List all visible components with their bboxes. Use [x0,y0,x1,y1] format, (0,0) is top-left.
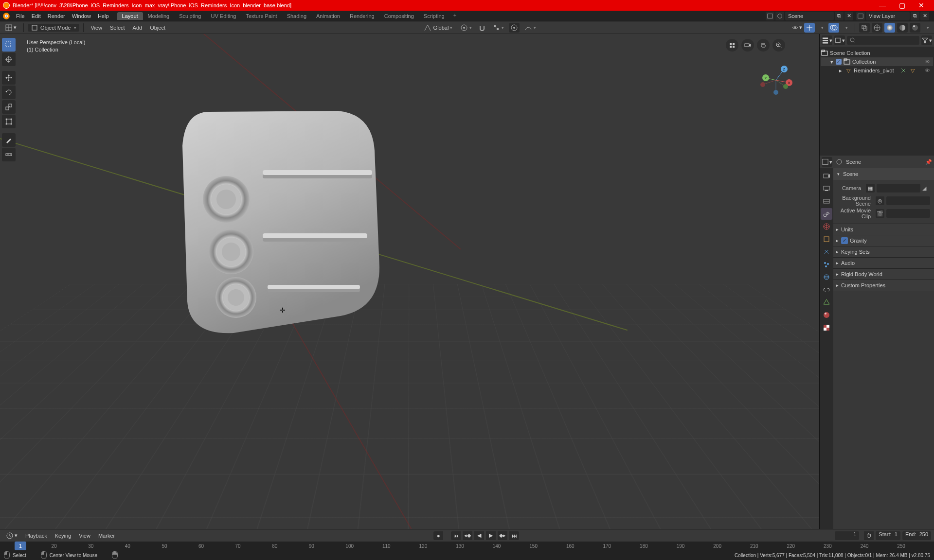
view-layer-name-field[interactable]: View Layer [866,12,910,20]
timeline-menu-marker[interactable]: Marker [95,531,118,541]
timeline-menu-keying[interactable]: Keying [52,531,74,541]
outliner-object[interactable]: ▸ ▽ Reminders_pivot ▽ 👁 [821,66,933,75]
tool-move[interactable] [2,71,16,85]
new-view-layer-button[interactable]: ⧉ [911,12,919,20]
browse-scene-icon[interactable] [766,12,774,20]
prop-tab-particles[interactable] [821,259,832,270]
panel-rigid-body[interactable]: ▸Rigid Body World [833,269,934,280]
gravity-checkbox[interactable]: ✓ [841,237,848,244]
snap-toggle[interactable] [477,23,487,33]
gizmo-options[interactable] [817,23,826,33]
visibility-selectability[interactable]: ▾ [791,23,802,33]
timeline-editor-type[interactable]: ▾ [3,531,20,541]
proportional-toggle[interactable] [509,23,520,33]
play[interactable]: ▶ [486,531,496,540]
tab-compositing[interactable]: Compositing [379,12,419,20]
shading-lookdev[interactable] [897,23,908,33]
scene-datablock-icon[interactable]: ◎ [876,196,884,205]
maximize-button[interactable]: ▢ [892,1,912,9]
tab-animation[interactable]: Animation [311,12,345,20]
outliner-search[interactable] [847,36,919,45]
outliner-tree[interactable]: Scene Collection ▾ ✓ Collection 👁 ▸ ▽ Re… [820,47,934,156]
gizmo-zoom-in[interactable] [772,39,785,52]
overlay-options[interactable] [841,23,851,33]
3d-viewport[interactable]: ✛ User Perspective (Local) (1) Collectio… [0,34,819,529]
editor-type-selector[interactable]: ▾ [2,23,19,33]
tool-annotate[interactable] [2,133,16,147]
camera-datablock-icon[interactable]: ▦ [866,184,875,192]
snap-element-selector[interactable] [489,23,507,33]
tab-layout[interactable]: Layout [117,12,143,20]
menu-file[interactable]: File [13,13,28,19]
tool-transform[interactable] [2,115,16,128]
timeline-ruler[interactable]: 1 10 20 30 40 50 60 70 80 90 100 110 120… [0,542,934,550]
shading-solid[interactable] [884,23,895,33]
gizmo-camera[interactable] [741,39,754,52]
properties-editor-type[interactable]: ▾ [822,157,832,167]
outliner-filter[interactable]: ▾ [921,35,932,45]
eyedropper-icon[interactable]: ◢ [922,185,930,192]
tool-cursor[interactable] [2,52,16,66]
menu-edit[interactable]: Edit [28,13,44,19]
bg-scene-field[interactable] [886,196,930,205]
auto-keying-toggle[interactable]: ● [433,531,443,540]
menu-object-3d[interactable]: Object [147,23,168,33]
pin-icon[interactable]: 📌 [925,159,932,165]
blender-logo-icon[interactable] [2,12,11,20]
pivot-selector[interactable] [457,23,475,33]
xray-toggle[interactable] [859,23,870,33]
prop-tab-scene[interactable] [821,208,832,220]
gizmo-zoom[interactable] [726,39,738,52]
panel-units[interactable]: ▸Units [833,224,934,235]
show-gizmo-toggle[interactable] [804,23,815,33]
prop-tab-output[interactable] [821,183,832,194]
outliner-view-mode[interactable]: ▾ [834,35,845,45]
panel-scene-header[interactable]: ▾Scene [833,168,934,180]
current-frame-field[interactable]: 1 [835,531,859,540]
outliner-scene-collection[interactable]: Scene Collection [821,49,933,57]
shading-wireframe[interactable] [872,23,882,33]
playhead[interactable]: 1 [15,542,26,550]
navigation-gizmo[interactable]: Z X Y [759,63,793,97]
end-frame-field[interactable]: End: 250 [902,531,931,540]
show-overlays-toggle[interactable] [828,23,839,33]
tab-uv-editing[interactable]: UV Editing [206,12,241,20]
jump-to-end[interactable]: ⏭ [509,531,519,540]
movie-clip-field[interactable] [886,209,930,218]
properties-breadcrumb[interactable]: Scene [846,159,861,165]
menu-render[interactable]: Render [44,13,69,19]
movie-clip-icon[interactable]: 🎬 [876,209,884,218]
prop-tab-data[interactable] [821,297,832,308]
prop-tab-constraints[interactable] [821,284,832,296]
panel-audio[interactable]: ▸Audio [833,258,934,268]
prop-tab-modifier[interactable] [821,246,832,258]
tool-scale[interactable] [2,100,16,114]
prop-tab-object[interactable] [821,233,832,245]
shading-rendered[interactable] [910,23,920,33]
minimize-button[interactable]: — [873,1,892,9]
close-button[interactable]: ✕ [912,1,931,9]
visibility-icon[interactable]: 👁 [925,68,933,73]
menu-window[interactable]: Window [69,13,94,19]
jump-to-start[interactable]: ⏮ [451,531,461,540]
outliner-collection[interactable]: ▾ ✓ Collection 👁 [821,57,933,66]
browse-view-layer-icon[interactable] [856,12,865,20]
orientation-selector[interactable]: Global [421,23,456,33]
gizmo-pan[interactable] [757,39,770,52]
prop-tab-view-layer[interactable] [821,195,832,207]
tool-select-box[interactable] [2,38,16,52]
prop-tab-render[interactable] [821,170,832,182]
panel-keying-sets[interactable]: ▸Keying Sets [833,246,934,257]
timeline-menu-view[interactable]: View [76,531,93,541]
tab-rendering[interactable]: Rendering [345,12,379,20]
add-workspace-button[interactable]: + [449,12,460,20]
outliner-display-mode[interactable]: ▾ [822,35,832,45]
disclosure-icon[interactable]: ▸ [838,68,843,74]
prop-tab-physics[interactable] [821,271,832,283]
visibility-icon[interactable]: 👁 [925,59,933,65]
prop-tab-world[interactable] [821,221,832,232]
menu-add-3d[interactable]: Add [130,23,145,33]
camera-field[interactable] [877,184,920,192]
tab-scripting[interactable]: Scripting [419,12,449,20]
tab-sculpting[interactable]: Sculpting [174,12,206,20]
